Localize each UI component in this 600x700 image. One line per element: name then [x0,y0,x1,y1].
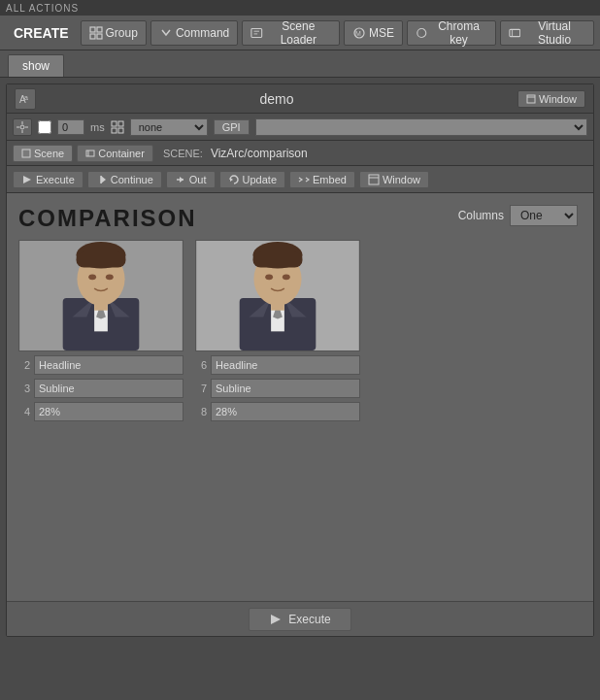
columns-label: Columns [458,209,504,222]
group-icon [89,26,103,40]
action-window-button[interactable]: Window [359,171,429,188]
field-row-2-1: 6 [195,355,360,375]
svg-marker-28 [23,176,31,183]
columns-select[interactable]: One Two Three [510,205,578,226]
scene-path: VizArc/comparison [211,147,308,160]
continue-icon [96,174,108,185]
show-tab[interactable]: show [8,54,64,77]
field-row-1-3: 4 [18,402,183,421]
scene-loader-button[interactable]: Scene Loader [242,20,340,46]
svg-rect-25 [22,150,30,157]
top-bar-title: ALL ACTIONS [6,3,79,14]
images-grid: 2 3 4 [18,240,582,421]
svg-marker-30 [101,176,106,183]
field-num-1-3: 4 [18,406,30,417]
svg-marker-60 [271,615,281,624]
svg-point-57 [265,274,273,280]
panel-title: demo [36,91,517,107]
scene-loader-icon [250,26,263,40]
window-icon [526,94,536,104]
group-button[interactable]: Group [81,20,147,46]
gpi-none-select[interactable]: none [130,118,208,136]
scene-tab-icon [21,149,31,158]
bottom-execute-button[interactable]: Execute [249,608,350,631]
svg-rect-4 [251,28,262,37]
field-row-1-1: 2 [18,355,183,375]
update-button[interactable]: Update [219,171,285,188]
command-icon [159,26,173,40]
content-area: COMPARISON Columns One Two Three [7,193,593,601]
image-card-1: 2 3 4 [18,240,183,421]
create-button[interactable]: CREATE [6,20,77,46]
gpi-grid-icon [111,120,124,134]
gpi-settings-icon [13,118,32,136]
gpi-checkbox[interactable] [38,120,51,134]
svg-text:M: M [355,30,361,37]
svg-rect-47 [94,303,108,311]
mse-icon: M [352,26,366,40]
svg-rect-44 [76,252,125,268]
continue-button[interactable]: Continue [87,171,162,188]
comparison-title: COMPARISON [18,205,197,231]
svg-point-46 [106,274,114,280]
field-subline-2[interactable] [211,379,360,398]
field-headline-2[interactable] [211,355,360,375]
gpi-row: ms none GPI [7,114,593,141]
svg-rect-26 [86,150,94,156]
field-num-1-2: 3 [18,383,30,394]
container-tab-button[interactable]: Container [77,145,153,162]
out-icon [175,174,186,185]
virtual-studio-icon [509,26,521,40]
chroma-key-button[interactable]: Chroma key [407,20,496,46]
svg-marker-32 [180,177,183,183]
embed-button[interactable]: Embed [289,171,355,188]
chroma-key-icon [416,26,428,40]
field-num-2-3: 8 [195,406,207,417]
field-row-1-2: 3 [18,379,183,398]
field-percent-1[interactable] [34,402,183,421]
field-num-2-1: 6 [195,359,207,371]
scene-row: Scene Container SCENE: VizArc/comparison [7,141,593,166]
svg-point-58 [283,274,290,280]
field-percent-2[interactable] [211,402,360,421]
field-num-2-2: 7 [195,383,207,394]
gpi-num-input[interactable] [57,119,84,135]
bottom-execute-icon [269,613,283,626]
svg-rect-14 [527,95,535,103]
field-row-2-3: 8 [195,402,360,421]
mse-button[interactable]: M MSE [344,20,403,46]
scene-prefix-label: SCENE: [163,148,203,159]
gpi-extra-select[interactable] [255,118,587,136]
field-num-1-1: 2 [18,359,30,371]
update-icon [228,174,240,185]
embed-icon [298,174,310,185]
gpi-ms-label: ms [90,121,105,133]
action-window-icon [368,174,380,185]
panel-window-button[interactable]: Window [517,90,585,108]
field-headline-1[interactable] [34,355,183,375]
execute-icon [21,174,33,185]
container-tab-icon [85,149,95,158]
virtual-studio-button[interactable]: Virtual Studio [500,20,594,46]
svg-rect-2 [90,34,95,39]
svg-rect-24 [118,128,123,133]
main-panel: Aa demo Window ms none GPI Scene C [6,83,594,637]
field-subline-1[interactable] [34,379,183,398]
command-button[interactable]: Command [150,20,238,46]
execute-button[interactable]: Execute [13,171,83,188]
svg-marker-33 [230,178,233,182]
svg-rect-22 [118,121,123,126]
bottom-execute-row: Execute [7,601,593,636]
top-bar: ALL ACTIONS [0,0,600,16]
svg-point-45 [88,274,96,280]
svg-rect-34 [369,175,379,184]
out-button[interactable]: Out [166,171,216,188]
svg-rect-1 [97,27,102,32]
scene-tab-button[interactable]: Scene [13,145,73,162]
action-row: Execute Continue Out Update Embed Window [7,166,593,193]
columns-row: Columns One Two Three [458,205,578,226]
tab-row: show [0,50,600,78]
svg-rect-59 [271,303,284,311]
image-placeholder-2 [195,240,360,351]
gpi-button[interactable]: GPI [214,119,250,135]
